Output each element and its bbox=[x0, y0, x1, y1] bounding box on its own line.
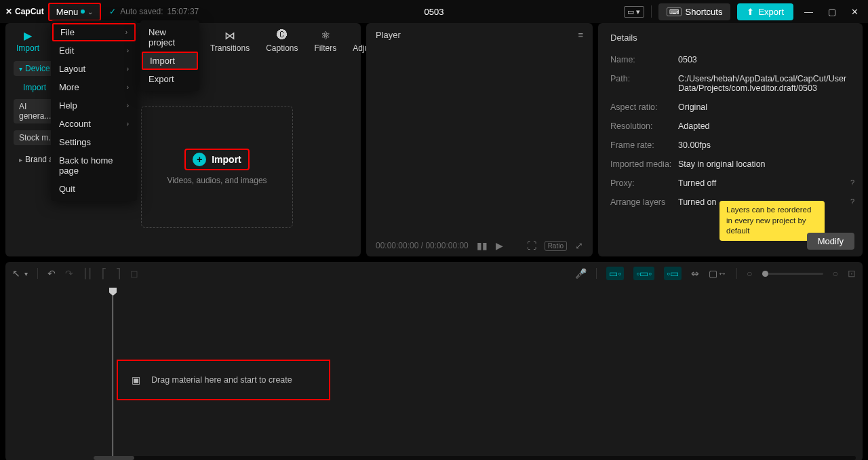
import-button[interactable]: + Import bbox=[184, 149, 250, 170]
chevron-right-icon: › bbox=[127, 102, 129, 109]
zoom-slider[interactable] bbox=[762, 273, 823, 275]
menu-button[interactable]: Menu ⌄ bbox=[48, 3, 102, 21]
auto-saved-status: ✓ Auto saved: 15:07:37 bbox=[109, 7, 199, 16]
timeline-drop-hint[interactable]: ▣ Drag material here and start to create bbox=[117, 360, 330, 400]
delete-left-button[interactable]: ⎡ bbox=[102, 268, 106, 279]
submenu-new-project[interactable]: New project bbox=[140, 23, 199, 52]
preview-axis-button[interactable]: ▢↔ bbox=[709, 268, 727, 279]
chevron-right-icon: ▸ bbox=[19, 156, 22, 164]
main-track-magnet[interactable]: ▭◦ bbox=[606, 267, 624, 280]
captions-icon: 🅒 bbox=[277, 28, 288, 42]
menu-item-file[interactable]: File› bbox=[52, 23, 136, 41]
menu-item-account[interactable]: Account› bbox=[51, 115, 137, 133]
import-icon: ▶ bbox=[24, 28, 32, 42]
tab-import-label: Import bbox=[16, 43, 39, 53]
chevron-down-icon: ▾ bbox=[19, 65, 22, 73]
chevron-right-icon: › bbox=[127, 83, 129, 91]
side-stock-label: Stock m... bbox=[19, 133, 55, 142]
detail-proxy: Proxy:Turned off? bbox=[610, 178, 850, 188]
crop-button[interactable]: ◻ bbox=[130, 268, 138, 279]
selection-dropdown[interactable]: ▾ bbox=[24, 270, 28, 277]
fullscreen-icon[interactable]: ⤢ bbox=[575, 240, 583, 251]
menu-item-layout[interactable]: Layout› bbox=[51, 60, 137, 78]
menu-label: Menu bbox=[56, 7, 79, 17]
menu-item-back-home[interactable]: Back to home page bbox=[51, 151, 137, 180]
logo-icon: ✕ bbox=[5, 7, 12, 16]
help-icon[interactable]: ? bbox=[850, 197, 854, 206]
auto-snap[interactable]: ◦▭◦ bbox=[633, 267, 654, 280]
ratio-button[interactable]: Ratio bbox=[545, 241, 567, 251]
chevron-down-icon: ⌄ bbox=[87, 8, 93, 16]
player-title: Player bbox=[376, 30, 401, 40]
shortcuts-label: Shortcuts bbox=[686, 7, 723, 17]
detail-name: Name:0503 bbox=[610, 55, 850, 64]
app-logo: ✕ CapCut bbox=[5, 7, 44, 16]
chevron-right-icon: › bbox=[125, 28, 127, 36]
menu-item-more[interactable]: More› bbox=[51, 78, 137, 96]
timeline-scrollbar[interactable] bbox=[94, 456, 856, 460]
redo-button[interactable]: ↷ bbox=[65, 268, 73, 279]
tab-filters[interactable]: ⚛Filters bbox=[315, 28, 337, 53]
menu-item-quit[interactable]: Quit bbox=[51, 180, 137, 198]
split-button[interactable]: ⎮⎮ bbox=[83, 268, 92, 279]
menu-item-edit[interactable]: Edit› bbox=[51, 41, 137, 60]
detail-path: Path:C:/Users/hebah/AppData/Local/CapCut… bbox=[610, 74, 850, 93]
timeline-drop-text: Drag material here and start to create bbox=[151, 375, 292, 385]
selection-tool[interactable]: ↖ bbox=[12, 268, 20, 279]
player-time: 00:00:00:00 / 00:00:00:00 bbox=[376, 241, 469, 250]
tab-transitions-label: Transitions bbox=[210, 43, 250, 53]
zoom-fit-button[interactable]: ⊡ bbox=[848, 268, 856, 279]
playhead[interactable] bbox=[113, 289, 113, 456]
side-device-label: Device bbox=[25, 64, 50, 73]
upload-icon: ⬆ bbox=[747, 7, 754, 17]
align-button[interactable]: ⇔ bbox=[691, 268, 699, 279]
import-subtext: Videos, audios, and images bbox=[167, 176, 267, 185]
keyboard-icon: ⌨ bbox=[667, 7, 682, 16]
topbar-right: ▭ ▾ ⌨ Shortcuts ⬆ Export — ▢ ✕ bbox=[624, 3, 863, 20]
tab-transitions[interactable]: ⋈Transitions bbox=[210, 28, 250, 53]
chevron-right-icon: › bbox=[127, 120, 129, 128]
clip-icon: ▣ bbox=[132, 375, 140, 385]
menu-item-help[interactable]: Help› bbox=[51, 96, 137, 115]
close-button[interactable]: ✕ bbox=[847, 7, 863, 17]
submenu-import[interactable]: Import bbox=[142, 52, 198, 70]
shortcuts-button[interactable]: ⌨ Shortcuts bbox=[658, 3, 731, 20]
project-title: 0503 bbox=[425, 7, 444, 17]
details-title: Details bbox=[610, 33, 850, 43]
tab-captions[interactable]: 🅒Captions bbox=[266, 28, 298, 53]
tab-import[interactable]: ▶Import bbox=[16, 28, 39, 53]
zoom-out-button[interactable]: ○ bbox=[747, 268, 752, 279]
zoom-in-button[interactable]: ○ bbox=[833, 268, 838, 279]
file-submenu: New project Import Export bbox=[140, 20, 199, 91]
filters-icon: ⚛ bbox=[321, 28, 330, 42]
minimize-button[interactable]: — bbox=[800, 7, 817, 17]
chevron-right-icon: › bbox=[127, 47, 129, 54]
undo-button[interactable]: ↶ bbox=[47, 268, 56, 279]
timeline[interactable]: ▣ Drag material here and start to create bbox=[5, 285, 863, 460]
player-panel: Player ≡ 00:00:00:00 / 00:00:00:00 ▮▮ ▶ … bbox=[366, 23, 593, 256]
app-name: CapCut bbox=[15, 7, 44, 16]
modify-button[interactable]: Modify bbox=[807, 233, 854, 250]
details-panel: Details Name:0503 Path:C:/Users/hebah/Ap… bbox=[598, 23, 863, 256]
divider bbox=[651, 5, 652, 18]
export-button[interactable]: ⬆ Export bbox=[737, 3, 793, 20]
mic-button[interactable]: 🎤 bbox=[575, 268, 587, 279]
help-icon[interactable]: ? bbox=[850, 178, 854, 187]
delete-right-button[interactable]: ⎤ bbox=[116, 268, 121, 279]
audio-meter-icon[interactable]: ▮▮ bbox=[477, 240, 488, 251]
focus-icon[interactable]: ⛶ bbox=[527, 240, 536, 251]
player-menu-icon[interactable]: ≡ bbox=[578, 30, 583, 40]
main-menu-dropdown: File› Edit› Layout› More› Help› Account›… bbox=[51, 20, 137, 201]
menu-dot-icon bbox=[81, 9, 85, 14]
import-drop-box[interactable]: + Import Videos, audios, and images bbox=[141, 106, 293, 228]
submenu-export[interactable]: Export bbox=[140, 70, 199, 88]
layout-icon[interactable]: ▭ ▾ bbox=[624, 6, 644, 18]
menu-item-settings[interactable]: Settings bbox=[51, 133, 137, 151]
maximize-button[interactable]: ▢ bbox=[824, 7, 840, 17]
linkage[interactable]: ◦▭ bbox=[664, 267, 682, 280]
play-button[interactable]: ▶ bbox=[496, 240, 503, 251]
player-controls: 00:00:00:00 / 00:00:00:00 ▮▮ ▶ ⛶ Ratio ⤢ bbox=[366, 240, 593, 251]
top-bar: ✕ CapCut Menu ⌄ ✓ Auto saved: 15:07:37 0… bbox=[0, 0, 868, 23]
import-button-label: Import bbox=[212, 154, 241, 165]
auto-saved-prefix: Auto saved: bbox=[120, 7, 163, 16]
